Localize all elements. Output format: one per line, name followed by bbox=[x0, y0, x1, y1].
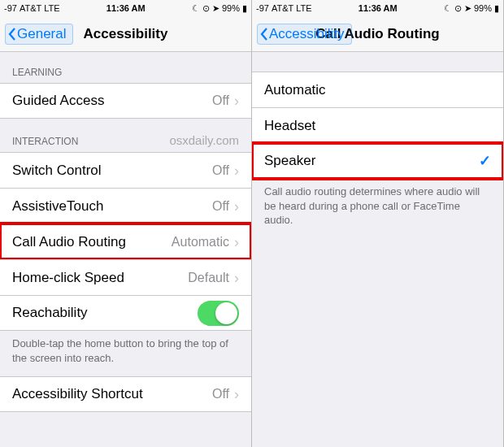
moon-icon: ☾ bbox=[444, 3, 452, 14]
status-bar: -97 AT&T LTE 11:36 AM ☾ ⊙ ➤ 99% ▮ bbox=[0, 0, 251, 16]
clock: 11:36 AM bbox=[358, 3, 398, 13]
back-label: General bbox=[17, 26, 66, 42]
section-header-interaction: INTERACTION osxdaily.com bbox=[0, 119, 251, 152]
option-automatic[interactable]: Automatic bbox=[252, 72, 503, 107]
chevron-left-icon bbox=[7, 26, 17, 42]
option-label: Speaker bbox=[264, 153, 479, 169]
cell-reachability[interactable]: Reachability bbox=[0, 295, 251, 331]
nav-bar: Accessibility Call Audio Routing bbox=[252, 16, 503, 52]
section-header-learning: LEARNING bbox=[0, 52, 251, 83]
alarm-icon: ⊙ bbox=[454, 3, 462, 14]
cell-label: AssistiveTouch bbox=[12, 198, 212, 215]
location-icon: ➤ bbox=[464, 3, 471, 14]
battery-icon: ▮ bbox=[494, 3, 499, 14]
cell-value: Automatic bbox=[172, 235, 229, 250]
option-headset[interactable]: Headset bbox=[252, 107, 503, 143]
battery-pct: 99% bbox=[474, 3, 492, 13]
location-icon: ➤ bbox=[212, 3, 219, 14]
moon-icon: ☾ bbox=[192, 3, 200, 14]
cell-label: Accessibility Shortcut bbox=[12, 386, 212, 402]
back-button[interactable]: General bbox=[5, 24, 73, 45]
cell-label: Home-click Speed bbox=[12, 270, 188, 286]
page-title: Accessibility bbox=[84, 26, 168, 42]
cell-value: Default bbox=[188, 271, 229, 285]
cell-call-audio-routing[interactable]: Call Audio Routing Automatic › bbox=[0, 224, 251, 259]
checkmark-icon: ✓ bbox=[479, 152, 491, 170]
chevron-right-icon: › bbox=[234, 235, 239, 250]
option-label: Automatic bbox=[264, 82, 491, 98]
cell-home-click-speed[interactable]: Home-click Speed Default › bbox=[0, 259, 251, 295]
signal-strength: -97 bbox=[4, 3, 17, 13]
battery-pct: 99% bbox=[222, 3, 240, 13]
cell-value: Off bbox=[212, 163, 229, 178]
chevron-right-icon: › bbox=[234, 93, 239, 108]
nav-bar: General Accessibility bbox=[0, 16, 251, 52]
cell-accessibility-shortcut[interactable]: Accessibility Shortcut Off › bbox=[0, 376, 251, 412]
network-type: LTE bbox=[296, 3, 311, 13]
cell-switch-control[interactable]: Switch Control Off › bbox=[0, 152, 251, 188]
cell-label: Guided Access bbox=[12, 93, 212, 109]
footer-note-reachability: Double-tap the home button to bring the … bbox=[0, 331, 251, 376]
battery-icon: ▮ bbox=[242, 3, 247, 14]
carrier: AT&T bbox=[20, 3, 41, 13]
cell-label: Reachability bbox=[12, 305, 198, 321]
chevron-left-icon bbox=[259, 26, 269, 42]
watermark: osxdaily.com bbox=[169, 133, 239, 147]
cell-value: Off bbox=[212, 93, 229, 108]
cell-value: Off bbox=[212, 387, 229, 401]
back-button[interactable]: Accessibility bbox=[257, 24, 352, 45]
clock: 11:36 AM bbox=[106, 3, 146, 13]
toggle-reachability[interactable] bbox=[198, 301, 239, 326]
option-label: Headset bbox=[264, 118, 491, 134]
footer-note-routing: Call audio routing determines where audi… bbox=[252, 179, 503, 239]
signal-strength: -97 bbox=[256, 3, 269, 13]
option-speaker[interactable]: Speaker ✓ bbox=[252, 143, 503, 179]
carrier: AT&T bbox=[272, 3, 293, 13]
chevron-right-icon: › bbox=[234, 199, 239, 214]
cell-label: Switch Control bbox=[12, 163, 212, 179]
cell-value: Off bbox=[212, 199, 229, 214]
chevron-right-icon: › bbox=[234, 271, 239, 285]
pane-accessibility: -97 AT&T LTE 11:36 AM ☾ ⊙ ➤ 99% ▮ Genera… bbox=[0, 0, 252, 447]
chevron-right-icon: › bbox=[234, 387, 239, 401]
cell-label: Call Audio Routing bbox=[12, 234, 172, 250]
status-bar: -97 AT&T LTE 11:36 AM ☾ ⊙ ➤ 99% ▮ bbox=[252, 0, 503, 16]
network-type: LTE bbox=[44, 3, 59, 13]
pane-call-audio-routing: -97 AT&T LTE 11:36 AM ☾ ⊙ ➤ 99% ▮ Access… bbox=[252, 0, 504, 447]
chevron-right-icon: › bbox=[234, 163, 239, 178]
back-label: Accessibility bbox=[269, 26, 345, 42]
cell-guided-access[interactable]: Guided Access Off › bbox=[0, 83, 251, 119]
cell-assistive-touch[interactable]: AssistiveTouch Off › bbox=[0, 188, 251, 224]
alarm-icon: ⊙ bbox=[202, 3, 210, 14]
